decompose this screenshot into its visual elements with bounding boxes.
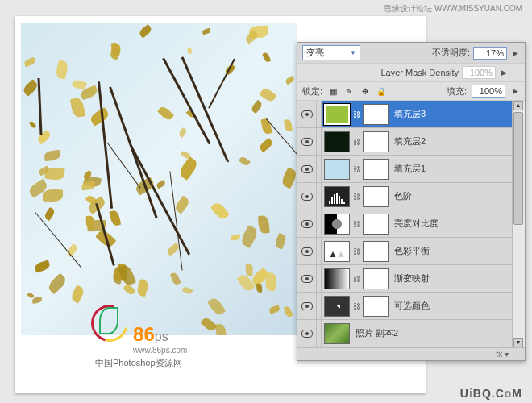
layer-name[interactable]: 填充层3	[391, 108, 510, 120]
link-chain-icon: ⛓	[352, 165, 360, 173]
mask-thumbnail[interactable]	[363, 104, 389, 125]
mask-thumbnail[interactable]	[363, 159, 389, 180]
layer-row[interactable]: ⛓色彩平衡	[297, 238, 525, 265]
layer-thumbnail[interactable]	[324, 214, 350, 235]
layer-name[interactable]: 填充层2	[391, 135, 510, 147]
mask-thumbnail[interactable]	[363, 214, 389, 235]
layer-name[interactable]: 渐变映射	[391, 272, 510, 285]
blend-mode-select[interactable]: 变亮 ▼	[302, 45, 360, 60]
layer-row[interactable]: ⛓可选颜色	[297, 293, 525, 320]
link-column	[317, 293, 322, 319]
layer-row[interactable]: 照片 副本2	[297, 320, 525, 347]
visibility-toggle[interactable]	[297, 101, 317, 127]
panel-bottom-bar: fx ▾	[297, 347, 525, 360]
layers-list: ⛓填充层3⛓填充层2⛓填充层1⛓色阶⛓亮度对比度⛓色彩平衡⛓渐变映射⛓可选颜色照…	[297, 101, 525, 347]
link-column	[317, 156, 322, 182]
eye-icon	[301, 330, 313, 338]
fill-caret-icon[interactable]: ▶	[510, 87, 520, 95]
link-column	[317, 320, 322, 347]
density-input: 100%	[462, 66, 496, 79]
footer-uibq: UiBQ.CoM	[460, 387, 522, 400]
link-column	[317, 101, 322, 127]
link-column	[317, 128, 322, 155]
eye-icon	[301, 165, 313, 173]
watermark-subtitle: 中国Photoshop资源网	[95, 357, 182, 369]
scrollbar-thumb[interactable]	[513, 112, 523, 225]
layer-name[interactable]: 可选颜色	[391, 300, 510, 312]
layer-name[interactable]: 照片 副本2	[352, 327, 510, 339]
link-column	[317, 210, 322, 237]
link-chain-icon: ⛓	[352, 138, 360, 146]
opacity-caret-icon[interactable]: ▶	[510, 49, 520, 57]
fx-button[interactable]: fx ▾	[496, 350, 509, 359]
scroll-down-icon[interactable]: ▼	[513, 338, 523, 347]
layer-name[interactable]: 填充层1	[391, 163, 510, 175]
canvas-image	[21, 23, 297, 335]
layer-row[interactable]: ⛓渐变映射	[297, 265, 525, 293]
mask-thumbnail[interactable]	[363, 186, 389, 207]
logo-swirl-icon	[87, 301, 127, 341]
mask-thumbnail[interactable]	[363, 268, 389, 289]
link-column	[317, 238, 322, 264]
density-label: Layer Mask Density	[380, 68, 459, 77]
link-chain-icon: ⛓	[352, 302, 360, 310]
layer-thumbnail[interactable]	[324, 323, 350, 344]
blend-row: 变亮 ▼ 不透明度: 17% ▶	[297, 43, 525, 64]
visibility-toggle[interactable]	[297, 265, 317, 292]
layer-row[interactable]: ⛓亮度对比度	[297, 210, 525, 238]
mask-thumbnail[interactable]	[363, 131, 389, 152]
visibility-toggle[interactable]	[297, 320, 317, 347]
fill-label: 填充:	[447, 85, 467, 98]
lock-pixels-icon[interactable]: ✎	[343, 85, 355, 97]
logo-ps: ps	[155, 330, 168, 343]
fill-input[interactable]: 100%	[472, 85, 505, 98]
header-site-text: 思缘设计论坛 WWW.MISSYUAN.COM	[384, 3, 522, 15]
scrollbar-track[interactable]: ▲ ▼	[512, 101, 525, 347]
layer-thumbnail[interactable]	[324, 296, 350, 317]
mask-thumbnail[interactable]	[363, 241, 389, 262]
lock-row: 锁定: ▦ ✎ ✥ 🔒 填充: 100% ▶	[297, 82, 525, 101]
blend-mode-value: 变亮	[306, 47, 324, 59]
link-chain-icon: ⛓	[352, 220, 360, 228]
lock-transparency-icon[interactable]: ▦	[327, 85, 339, 97]
visibility-toggle[interactable]	[297, 128, 317, 155]
layer-thumbnail[interactable]	[324, 104, 350, 125]
layers-panel: 变亮 ▼ 不透明度: 17% ▶ Layer Mask Density 100%…	[297, 42, 526, 361]
link-chain-icon: ⛓	[352, 247, 360, 256]
mask-thumbnail[interactable]	[363, 296, 389, 317]
watermark-86ps: 86ps www.86ps.com	[87, 301, 187, 355]
layer-name[interactable]: 色彩平衡	[391, 245, 510, 257]
eye-icon	[301, 138, 313, 146]
logo-86: 86	[133, 323, 155, 345]
layer-thumbnail[interactable]	[324, 159, 350, 180]
layer-thumbnail[interactable]	[324, 268, 350, 289]
visibility-toggle[interactable]	[297, 210, 317, 237]
eye-icon	[301, 220, 313, 228]
density-caret-icon: ▶	[499, 69, 509, 77]
lock-position-icon[interactable]: ✥	[360, 85, 371, 97]
eye-icon	[301, 110, 313, 118]
layer-thumbnail[interactable]	[324, 186, 350, 207]
layer-name[interactable]: 亮度对比度	[391, 218, 510, 230]
layer-row[interactable]: ⛓填充层3	[297, 101, 525, 128]
visibility-toggle[interactable]	[297, 238, 317, 264]
link-chain-icon: ⛓	[352, 275, 360, 283]
layer-row[interactable]: ⛓色阶	[297, 183, 525, 210]
lock-all-icon[interactable]: 🔒	[376, 85, 387, 97]
eye-icon	[301, 302, 313, 310]
link-column	[317, 265, 322, 292]
layer-thumbnail[interactable]	[324, 131, 350, 152]
layer-row[interactable]: ⛓填充层2	[297, 128, 525, 156]
opacity-label: 不透明度:	[432, 47, 470, 59]
visibility-toggle[interactable]	[297, 293, 317, 319]
logo-url: www.86ps.com	[133, 346, 187, 355]
visibility-toggle[interactable]	[297, 156, 317, 182]
layer-thumbnail[interactable]	[324, 241, 350, 262]
eye-icon	[301, 193, 313, 201]
scroll-up-icon[interactable]: ▲	[513, 101, 523, 110]
layer-row[interactable]: ⛓填充层1	[297, 156, 525, 183]
chevron-down-icon: ▼	[350, 49, 356, 56]
layer-name[interactable]: 色阶	[391, 190, 510, 202]
opacity-input[interactable]: 17%	[473, 47, 507, 60]
visibility-toggle[interactable]	[297, 183, 317, 210]
